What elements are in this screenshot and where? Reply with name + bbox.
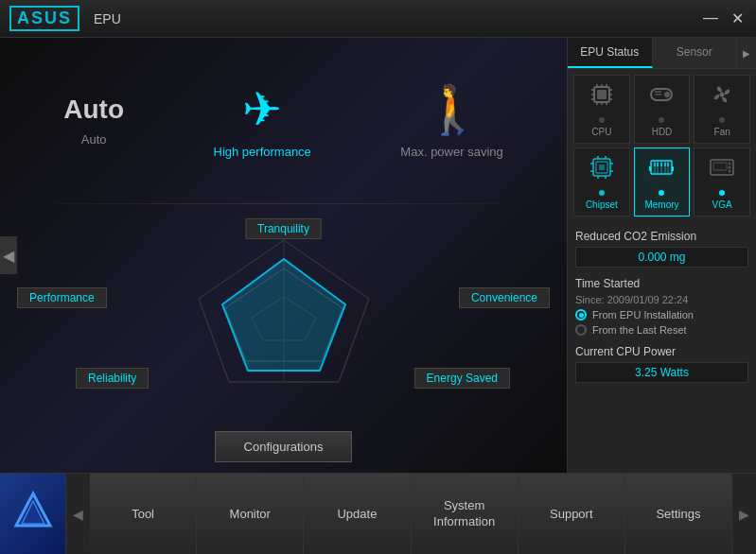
svg-marker-58 (22, 501, 44, 524)
mode-high-performance[interactable]: ✈ High performance (214, 82, 311, 159)
mode-auto[interactable]: Auto Auto (63, 95, 124, 147)
nav-support-button[interactable]: Support (519, 474, 625, 554)
vga-icon (709, 154, 735, 186)
svg-rect-53 (713, 163, 727, 170)
status-icon-vga[interactable]: VGA (694, 147, 750, 216)
svg-rect-41 (672, 166, 674, 171)
person-icon: 🚶 (423, 82, 482, 137)
nav-tool-button[interactable]: Tool (90, 474, 197, 554)
status-icon-memory[interactable]: Memory (634, 147, 691, 216)
cpu-power-section: Current CPU Power 3.25 Watts (575, 345, 748, 383)
svg-rect-47 (654, 163, 656, 166)
time-section: Time Started Since: 2009/01/09 22:24 Fro… (575, 277, 748, 336)
hdd-dot (659, 117, 664, 123)
max-power-saving-label: Max. power saving (400, 145, 502, 159)
status-icon-chipset[interactable]: Chipset (573, 147, 630, 216)
fan-icon (709, 81, 735, 113)
svg-rect-30 (599, 164, 605, 170)
hdd-label: HDD (652, 127, 673, 137)
label-convenience: Convenience (459, 287, 550, 308)
radio-group: From EPU Installation From the Last Rese… (575, 309, 748, 336)
bottom-nav: ◀ Tool Monitor Update System Information… (0, 473, 756, 554)
radio-label-1: From EPU Installation (592, 309, 694, 320)
chipset-dot (599, 190, 605, 196)
time-title: Time Started (575, 277, 748, 290)
svg-point-54 (729, 163, 731, 165)
nav-logo-icon (12, 490, 54, 540)
svg-rect-49 (660, 163, 662, 166)
cpu-label: CPU (591, 127, 611, 137)
status-icon-fan[interactable]: Fan (694, 75, 750, 144)
co2-section: Reduced CO2 Emission 0.000 mg (575, 230, 748, 268)
cpu-power-title: Current CPU Power (575, 345, 748, 358)
time-since: Since: 2009/01/09 22:24 (575, 294, 748, 305)
fan-dot (719, 117, 725, 123)
nav-buttons: Tool Monitor Update System Information S… (90, 474, 732, 554)
label-reliability: Reliability (76, 368, 149, 389)
status-icon-hdd[interactable]: HDD (634, 75, 691, 144)
memory-label: Memory (644, 199, 678, 210)
nav-prev-arrow[interactable]: ◀ (66, 474, 90, 554)
status-grid: CPU HDD (568, 69, 756, 222)
radio-label-2: From the Last Reset (592, 324, 687, 336)
svg-rect-40 (649, 166, 651, 171)
minimize-button[interactable]: — (701, 9, 720, 27)
memory-dot (659, 190, 664, 196)
chipset-icon (589, 154, 615, 186)
main-area: ◀ Auto Auto ✈ High performance 🚶 Max. po… (0, 38, 756, 473)
nav-next-arrow[interactable]: ▶ (732, 474, 756, 554)
left-panel: ◀ Auto Auto ✈ High performance 🚶 Max. po… (0, 38, 567, 473)
status-icon-cpu[interactable]: CPU (573, 75, 630, 144)
cpu-power-value: 3.25 Watts (575, 362, 748, 383)
radio-epu-install[interactable]: From EPU Installation (575, 309, 748, 320)
chipset-label: Chipset (586, 199, 618, 210)
close-button[interactable]: ✕ (728, 9, 747, 27)
vga-label: VGA (712, 199, 732, 210)
radio-circle-2 (575, 324, 587, 336)
mode-selector: Auto Auto ✈ High performance 🚶 Max. powe… (0, 38, 567, 203)
nav-update-button[interactable]: Update (304, 474, 411, 554)
svg-rect-50 (664, 163, 666, 166)
cpu-icon (589, 81, 615, 113)
tab-epu-status[interactable]: EPU Status (568, 38, 653, 68)
memory-icon (648, 154, 675, 186)
right-tabs: EPU Status Sensor ▶ (568, 38, 756, 69)
label-performance: Performance (17, 287, 107, 308)
svg-point-56 (729, 170, 731, 173)
svg-point-24 (665, 93, 670, 97)
tab-arrow[interactable]: ▶ (737, 38, 756, 68)
right-info: Reduced CO2 Emission 0.000 mg Time Start… (568, 222, 756, 473)
left-toggle-arrow[interactable]: ◀ (0, 236, 17, 274)
radio-circle-1 (575, 309, 587, 320)
config-area: Configurations (0, 426, 567, 472)
svg-point-27 (720, 93, 725, 97)
svg-rect-51 (667, 163, 669, 166)
svg-point-55 (729, 166, 731, 169)
nav-settings-button[interactable]: Settings (625, 474, 732, 554)
titlebar: ASUS EPU — ✕ (0, 0, 756, 38)
mode-max-power-saving[interactable]: 🚶 Max. power saving (400, 82, 502, 159)
window-controls: — ✕ (701, 9, 747, 27)
auto-title: Auto (63, 95, 124, 125)
radar-area: Tranquility Performance Convenience Reli… (0, 204, 567, 426)
label-energy-saved: Energy Saved (414, 368, 510, 389)
nav-logo (0, 474, 66, 554)
fan-label: Fan (714, 127, 730, 137)
tab-sensor[interactable]: Sensor (653, 38, 738, 68)
hdd-icon (648, 81, 675, 113)
co2-title: Reduced CO2 Emission (575, 230, 748, 243)
radio-last-reset[interactable]: From the Last Reset (575, 324, 748, 336)
radar-labels: Tranquility Performance Convenience Reli… (0, 204, 567, 426)
configurations-button[interactable]: Configurations (215, 431, 353, 462)
app-title: EPU (94, 11, 121, 26)
airplane-icon: ✈ (242, 82, 282, 137)
nav-monitor-button[interactable]: Monitor (197, 474, 304, 554)
svg-rect-10 (597, 90, 607, 99)
cpu-dot (599, 117, 605, 123)
high-performance-label: High performance (214, 145, 311, 159)
asus-logo: ASUS (9, 6, 79, 31)
label-tranquility: Tranquility (245, 218, 322, 239)
nav-system-information-button[interactable]: System Information (412, 474, 519, 554)
co2-value: 0.000 mg (575, 247, 748, 268)
radio-dot-1 (579, 313, 584, 318)
